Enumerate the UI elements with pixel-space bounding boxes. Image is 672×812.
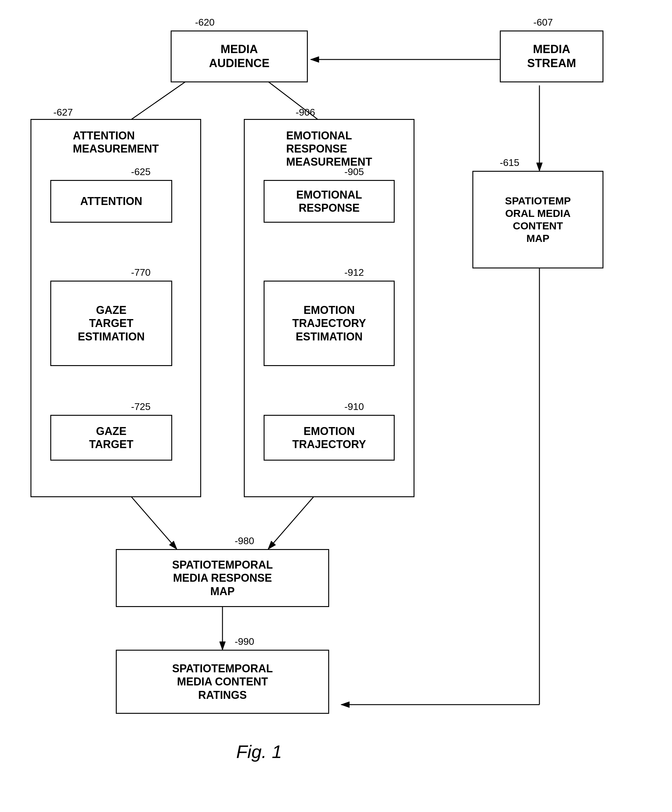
media-audience-box: MEDIA AUDIENCE [171,31,308,82]
media-stream-box: MEDIA STREAM [500,31,604,82]
gaze-target-estimation-box: GAZE TARGET ESTIMATION [50,281,172,366]
ref-912: -912 [344,267,364,278]
emotional-response-label: EMOTIONAL RESPONSE [296,188,362,215]
ref-770: -770 [131,267,151,278]
attention-label: ATTENTION [80,194,142,208]
gaze-target-label: GAZE TARGET [89,425,133,451]
ref-625: -625 [131,166,151,177]
spatiotemporal-media-content-map-label: SPATIOTEMP ORAL MEDIA CONTENT MAP [505,194,571,244]
gaze-target-box: GAZE TARGET [50,415,172,461]
ref-627: -627 [53,107,73,118]
spatiotemporal-media-response-map-box: SPATIOTEMPORAL MEDIA RESPONSE MAP [116,549,329,607]
spatiotemporal-media-content-map-box: SPATIOTEMP ORAL MEDIA CONTENT MAP [472,171,604,268]
emotion-trajectory-label: EMOTION TRAJECTORY [292,425,366,451]
ref-607: -607 [533,17,553,28]
emotional-response-measurement-label: EMOTIONAL RESPONSE MEASUREMENT [286,129,372,169]
spatiotemporal-media-content-ratings-box: SPATIOTEMPORAL MEDIA CONTENT RATINGS [116,650,329,714]
ref-980: -980 [235,535,254,547]
ref-615: -615 [500,157,519,168]
fig-caption: Fig. 1 [183,741,335,762]
ref-905: -905 [344,166,364,177]
emotion-trajectory-box: EMOTION TRAJECTORY [264,415,395,461]
emotion-trajectory-estimation-label: EMOTION TRAJECTORY ESTIMATION [292,304,366,343]
diagram-container: MEDIA AUDIENCE -620 MEDIA STREAM -607 AT… [0,0,672,812]
ref-910: -910 [344,401,364,413]
attention-box: ATTENTION [50,180,172,223]
emotion-trajectory-estimation-box: EMOTION TRAJECTORY ESTIMATION [264,281,395,366]
ref-725: -725 [131,401,151,413]
gaze-target-estimation-label: GAZE TARGET ESTIMATION [78,304,145,343]
media-stream-label: MEDIA STREAM [527,43,576,70]
attention-measurement-label: ATTENTION MEASUREMENT [73,129,159,155]
media-audience-label: MEDIA AUDIENCE [209,43,269,70]
spatiotemporal-media-content-ratings-label: SPATIOTEMPORAL MEDIA CONTENT RATINGS [172,662,273,701]
ref-906: -906 [296,107,315,118]
ref-990: -990 [235,636,254,647]
spatiotemporal-media-response-map-label: SPATIOTEMPORAL MEDIA RESPONSE MAP [172,558,273,598]
emotional-response-box: EMOTIONAL RESPONSE [264,180,395,223]
ref-620: -620 [195,17,214,28]
